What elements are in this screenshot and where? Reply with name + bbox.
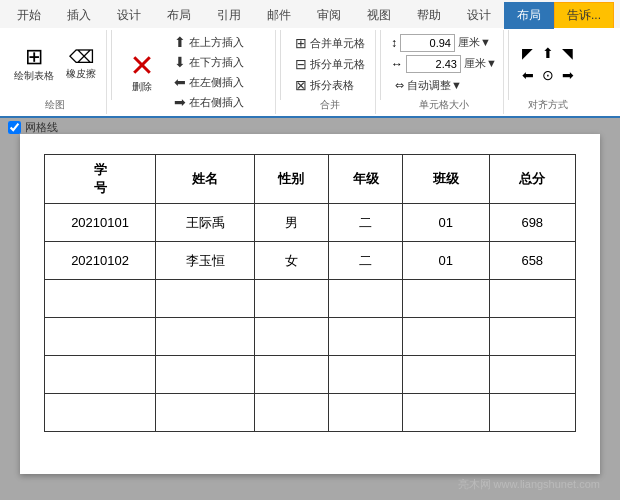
height-icon: ↕	[391, 36, 397, 50]
cell-id-3	[45, 280, 156, 318]
table-row	[45, 318, 576, 356]
tab-reference[interactable]: 引用	[204, 2, 254, 28]
tab-table-layout[interactable]: 布局	[504, 2, 554, 29]
cell-class-5	[403, 356, 489, 394]
ribbon-group-cell-size: ↕ 厘米▼ ↔ 厘米▼ ⇔ 自动调整▼ 单元格大小	[385, 30, 504, 114]
tab-review[interactable]: 审阅	[304, 2, 354, 28]
split-table-icon: ⊠	[295, 78, 307, 92]
cell-class-2: 01	[403, 242, 489, 280]
insert-left-button[interactable]: ⬅ 在左侧插入	[170, 73, 248, 92]
align-mr-button[interactable]: ➡	[559, 65, 577, 85]
width-row: ↔ 厘米▼	[391, 55, 497, 73]
height-input[interactable]	[400, 34, 455, 52]
cell-name-1: 王际禹	[156, 204, 255, 242]
gridlines-control: 网格线	[8, 120, 58, 135]
align-mc-button[interactable]: ⊙	[539, 65, 557, 85]
cell-class-3	[403, 280, 489, 318]
split-cells-button[interactable]: ⊟ 拆分单元格	[291, 55, 369, 74]
merge-label: 合并	[320, 96, 340, 112]
table-row	[45, 280, 576, 318]
cell-gender-6	[254, 394, 328, 432]
insert-above-icon: ⬆	[174, 35, 186, 49]
gridlines-checkbox[interactable]	[8, 121, 21, 134]
data-table: 学号 姓名 性别 年级 班级 总分 20210101 王际禹 男 二 01 69…	[44, 154, 576, 432]
auto-adjust-button[interactable]: ⇔ 自动调整▼	[391, 76, 497, 95]
cell-name-6	[156, 394, 255, 432]
divider-2	[280, 30, 281, 100]
align-tc-button[interactable]: ⬆	[539, 43, 557, 63]
split-table-button[interactable]: ⊠ 拆分表格	[291, 76, 358, 95]
divider-4	[508, 30, 509, 100]
insert-above-button[interactable]: ⬆ 在上方插入	[170, 33, 248, 52]
cell-total-6	[489, 394, 575, 432]
align-tr-button[interactable]: ◥	[559, 43, 577, 63]
header-id: 学号	[45, 155, 156, 204]
cell-name-3	[156, 280, 255, 318]
delete-label: 删除	[132, 81, 152, 93]
align-tc-icon: ⬆	[542, 45, 554, 61]
table-header-row: 学号 姓名 性别 年级 班级 总分	[45, 155, 576, 204]
split-cells-label: 拆分单元格	[310, 57, 365, 72]
eraser-label: 橡皮擦	[66, 68, 96, 80]
cell-gender-5	[254, 356, 328, 394]
cell-class-1: 01	[403, 204, 489, 242]
height-unit[interactable]: 厘米▼	[458, 35, 491, 50]
cell-total-1: 698	[489, 204, 575, 242]
cell-total-2: 658	[489, 242, 575, 280]
width-icon: ↔	[391, 57, 403, 71]
align-mr-icon: ➡	[562, 67, 574, 83]
tab-insert[interactable]: 插入	[54, 2, 104, 28]
ribbon-group-merge: ⊞ 合并单元格 ⊟ 拆分单元格 ⊠ 拆分表格 合并	[285, 30, 376, 114]
header-class: 班级	[403, 155, 489, 204]
tab-mail[interactable]: 邮件	[254, 2, 304, 28]
cell-name-5	[156, 356, 255, 394]
split-cells-icon: ⊟	[295, 57, 307, 71]
merge-cells-icon: ⊞	[295, 36, 307, 50]
tab-help[interactable]: 帮助	[404, 2, 454, 28]
eraser-button[interactable]: ⌫ 橡皮擦	[62, 46, 100, 82]
align-ml-button[interactable]: ⬅	[519, 65, 537, 85]
align-mc-icon: ⊙	[542, 67, 554, 83]
delete-button[interactable]: 删除	[122, 49, 162, 95]
draw-table-icon: ⊞	[25, 46, 43, 68]
tab-view[interactable]: 视图	[354, 2, 404, 28]
cell-id-5	[45, 356, 156, 394]
insert-left-icon: ⬅	[174, 75, 186, 89]
tab-table-design[interactable]: 设计	[454, 2, 504, 28]
cell-id-2: 20210102	[45, 242, 156, 280]
cell-name-4	[156, 318, 255, 356]
width-input[interactable]	[406, 55, 461, 73]
insert-above-label: 在上方插入	[189, 35, 244, 50]
header-name: 姓名	[156, 155, 255, 204]
document-page: 学号 姓名 性别 年级 班级 总分 20210101 王际禹 男 二 01 69…	[20, 134, 600, 474]
cell-gender-3	[254, 280, 328, 318]
tab-start[interactable]: 开始	[4, 2, 54, 28]
cell-grade-2: 二	[329, 242, 403, 280]
delete-icon	[128, 51, 156, 79]
table-row: 20210101 王际禹 男 二 01 698	[45, 204, 576, 242]
insert-below-label: 在下方插入	[189, 55, 244, 70]
insert-right-button[interactable]: ➡ 在右侧插入	[170, 93, 248, 112]
cell-gender-2: 女	[254, 242, 328, 280]
ribbon-group-drawing: ⊞ 绘制表格 ⌫ 橡皮擦 绘图	[4, 30, 107, 114]
watermark: 亮木网 www.liangshunet.com	[458, 477, 600, 492]
document-area: 网格线 学号 姓名 性别 年级 班级 总分	[0, 118, 620, 500]
align-tl-button[interactable]: ◤	[519, 43, 537, 63]
align-tr-icon: ◥	[562, 45, 573, 61]
tab-layout1[interactable]: 布局	[154, 2, 204, 28]
width-unit[interactable]: 厘米▼	[464, 56, 497, 71]
cell-id-4	[45, 318, 156, 356]
divider-1	[111, 30, 112, 100]
height-row: ↕ 厘米▼	[391, 34, 491, 52]
insert-below-button[interactable]: ⬇ 在下方插入	[170, 53, 248, 72]
gridlines-label: 网格线	[25, 120, 58, 135]
tab-alert[interactable]: 告诉...	[554, 2, 614, 28]
ribbon-group-rows-cols: 删除 ⬆ 在上方插入 ⬇ 在下方插入 ⬅ 在左侧插入 ➡ 在右侧插入 行和列	[116, 30, 276, 114]
align-label: 对齐方式	[528, 96, 568, 112]
drawing-buttons: ⊞ 绘制表格 ⌫ 橡皮擦	[10, 32, 100, 96]
tab-design[interactable]: 设计	[104, 2, 154, 28]
ribbon-group-align: ◤ ⬆ ◥ ⬅ ⊙ ➡ 对齐方式	[513, 30, 583, 114]
cell-size-label: 单元格大小	[419, 96, 469, 112]
merge-cells-button[interactable]: ⊞ 合并单元格	[291, 34, 369, 53]
draw-table-button[interactable]: ⊞ 绘制表格	[10, 44, 58, 84]
